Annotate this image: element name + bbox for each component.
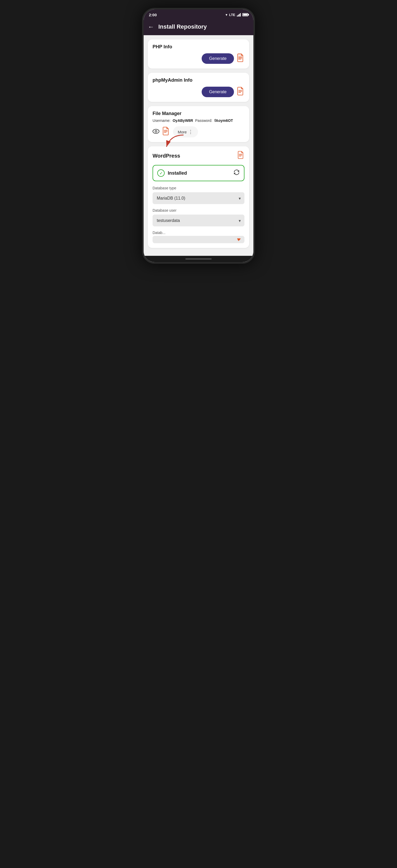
php-info-card: PHP Info Generate [148, 39, 249, 68]
partial-field-label: Datab... [153, 230, 244, 235]
content-area: PHP Info Generate phpMyAdmin Info [144, 35, 253, 256]
database-type-wrapper: MariaDB (11.0) ▾ [153, 192, 244, 204]
battery-icon [242, 13, 248, 16]
phpmyadmin-info-actions: Generate [153, 87, 244, 97]
installed-badge: ✓ Installed [153, 165, 244, 181]
credentials-row: Username: OyAByW8R Password: fAoym6OT [153, 119, 244, 123]
check-circle-icon: ✓ [157, 169, 164, 177]
password-value: fAoym6OT [215, 119, 233, 123]
wordpress-header: WordPress [153, 151, 244, 161]
eye-icon[interactable] [153, 128, 159, 135]
username-value: OyAByW8R [173, 119, 193, 123]
database-type-label: Database type [153, 186, 244, 190]
php-doc-icon[interactable] [237, 54, 244, 64]
phpmyadmin-info-card: phpMyAdmin Info Generate [148, 73, 249, 102]
wordpress-title: WordPress [153, 153, 180, 159]
bottom-bar [144, 256, 253, 262]
phpmyadmin-generate-button[interactable]: Generate [202, 87, 234, 97]
app-header: ← Install Repository [144, 20, 253, 35]
status-bar: 2:00 ▾ LTE [144, 9, 253, 20]
phone-frame: 2:00 ▾ LTE ← Install Repository [142, 8, 255, 264]
file-manager-card: File Manager Username: OyAByW8R Password… [148, 106, 249, 142]
refresh-icon[interactable] [234, 169, 240, 177]
username-label: Username: [153, 119, 171, 123]
status-time: 2:00 [149, 12, 157, 17]
wordpress-doc-icon[interactable] [238, 151, 244, 161]
signal-icon [237, 13, 241, 17]
wifi-icon: ▾ [225, 12, 227, 17]
back-button[interactable]: ← [148, 23, 154, 30]
more-label: More [178, 130, 187, 134]
wordpress-card: WordPress ✓ Installed [148, 146, 249, 248]
svg-point-7 [153, 129, 159, 133]
file-manager-title: File Manager [153, 111, 244, 116]
database-type-select[interactable]: MariaDB (11.0) [153, 192, 244, 204]
status-icons: ▾ LTE [225, 12, 248, 17]
svg-point-8 [155, 130, 157, 132]
password-label: Password: [195, 119, 212, 123]
three-dots-icon: ⋮ [188, 129, 193, 135]
phpmyadmin-doc-icon[interactable] [237, 87, 244, 97]
php-info-actions: Generate [153, 53, 244, 64]
home-indicator[interactable] [185, 258, 212, 259]
lte-label: LTE [229, 13, 235, 17]
installed-left: ✓ Installed [157, 169, 187, 177]
php-info-title: PHP Info [153, 44, 244, 50]
partial-field: ▼ [153, 236, 244, 243]
database-user-select[interactable]: testuserdata [153, 215, 244, 226]
php-generate-button[interactable]: Generate [202, 53, 234, 64]
file-manager-doc-icon[interactable] [162, 127, 170, 137]
more-button[interactable]: More ⋮ [173, 126, 198, 137]
page-title: Install Repository [158, 23, 207, 30]
installed-label: Installed [168, 170, 187, 176]
phpmyadmin-info-title: phpMyAdmin Info [153, 78, 244, 83]
database-user-label: Database user [153, 208, 244, 213]
file-manager-actions: More ⋮ [153, 126, 244, 137]
database-user-wrapper: testuserdata ▾ [153, 215, 244, 226]
partial-field-indicator: ▼ [236, 237, 241, 242]
